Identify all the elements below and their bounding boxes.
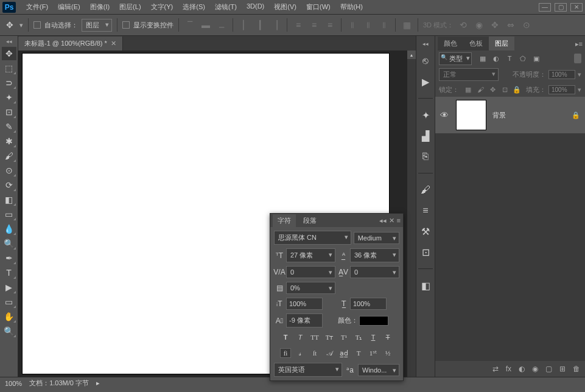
filter-type-icon[interactable]: T (505, 54, 514, 63)
stylistic-button[interactable]: 𝓈 (295, 348, 306, 358)
menu-image[interactable]: 图像(I) (86, 1, 114, 13)
blend-mode-dropdown[interactable]: 正常 (439, 68, 499, 81)
align-right-icon[interactable]: ⎥ (270, 19, 282, 31)
gradient-tool[interactable]: ▭ (2, 208, 16, 221)
align-hcenter-icon[interactable]: ┃ (254, 19, 266, 31)
auto-align-icon[interactable]: ▦ (401, 19, 413, 31)
navigator-panel-icon[interactable]: ✦ (419, 108, 432, 122)
bold-button[interactable]: T (280, 332, 291, 342)
layer-group-icon[interactable]: ▢ (545, 365, 552, 373)
tab-character[interactable]: 字符 (273, 214, 296, 227)
actions-panel-icon[interactable]: ▶ (419, 75, 432, 88)
tab-color[interactable]: 颜色 (438, 37, 463, 51)
tool-presets-panel-icon[interactable]: ⚒ (419, 225, 432, 238)
tab-layers[interactable]: 图层 (489, 37, 514, 51)
menu-filter[interactable]: 滤镜(T) (211, 1, 241, 13)
3d-zoom-icon[interactable]: ⊙ (520, 19, 533, 31)
filter-pixel-icon[interactable]: ▦ (478, 54, 488, 63)
smallcaps-button[interactable]: Tᴛ (324, 332, 335, 342)
align-top-icon[interactable]: ⎺ (184, 19, 196, 31)
history-panel-icon[interactable]: ⎋ (419, 54, 432, 68)
tracking-field[interactable]: 0 (350, 266, 399, 278)
clone-panel-icon[interactable]: ⊡ (419, 245, 432, 259)
font-family-dropdown[interactable]: 思源黑体 CN (274, 231, 351, 245)
dodge-tool[interactable]: 🔍 (2, 237, 16, 250)
language-dropdown[interactable]: 英国英语 (274, 363, 342, 377)
dist-left-icon[interactable]: ⦀ (346, 19, 359, 31)
document-tab[interactable]: 未标题-1 @ 100%(RGB/8) * ✕ (18, 37, 123, 51)
status-arrow-icon[interactable]: ▸ (96, 379, 100, 387)
close-button[interactable]: ✕ (570, 3, 583, 12)
rectangle-tool[interactable]: ▭ (2, 295, 16, 309)
styles-panel-icon[interactable]: ◧ (419, 279, 432, 292)
ordinal-button[interactable]: a̲d̲ (338, 348, 349, 358)
layer-fx-icon[interactable]: fx (506, 365, 511, 373)
char-panel-header[interactable]: 字符 段落 ◂◂ ✕ ≡ (270, 214, 403, 227)
fill-field[interactable]: 100% (548, 85, 575, 94)
filter-adjust-icon[interactable]: ◐ (491, 54, 501, 63)
3d-slide-icon[interactable]: ⇔ (505, 19, 517, 31)
menu-view[interactable]: 视图(V) (270, 1, 301, 13)
vertical-scrollbar[interactable]: ▴ (407, 51, 416, 377)
allcaps-button[interactable]: TT (309, 332, 320, 342)
layer-name[interactable]: 背景 (492, 111, 506, 120)
lock-pixels-icon[interactable]: 🖌 (476, 85, 485, 94)
pen-tool[interactable]: ✒ (2, 251, 16, 265)
eraser-tool[interactable]: ◧ (2, 193, 16, 206)
history-brush-tool[interactable]: ⟳ (2, 178, 16, 192)
show-transform-checkbox[interactable] (122, 21, 130, 29)
half-button[interactable]: ½ (382, 348, 393, 358)
zoom-tool[interactable]: 🔍 (2, 324, 16, 338)
layer-filter-type[interactable]: 类型 (439, 52, 472, 65)
brush-tool[interactable]: 🖌 (2, 149, 16, 163)
filter-smart-icon[interactable]: ▣ (531, 54, 541, 63)
brush-presets-panel-icon[interactable]: ≡ (419, 204, 432, 217)
height-pct-field[interactable]: 0% (286, 282, 335, 294)
menu-edit[interactable]: 编辑(E) (54, 1, 85, 13)
menu-type[interactable]: 文字(Y) (147, 1, 178, 13)
lasso-tool[interactable]: ⊃ (2, 76, 16, 89)
fraction-button[interactable]: 1ˢᵗ (368, 348, 379, 358)
underline-button[interactable]: T (368, 332, 379, 342)
kerning-field[interactable]: 0 (286, 266, 335, 278)
delete-layer-icon[interactable]: 🗑 (573, 365, 580, 373)
lock-all-icon[interactable]: 🔒 (513, 85, 521, 94)
menu-help[interactable]: 帮助(H) (336, 1, 367, 13)
layer-item[interactable]: 👁 背景 🔒 (435, 97, 585, 133)
menu-file[interactable]: 文件(F) (22, 1, 52, 13)
text-color-swatch[interactable] (359, 316, 388, 326)
titling-button[interactable]: 𝒜 (324, 348, 335, 358)
link-layers-icon[interactable]: ⇄ (492, 365, 499, 373)
visibility-toggle-icon[interactable]: 👁 (440, 110, 450, 120)
dist-top-icon[interactable]: ≡ (292, 19, 304, 31)
menu-3d[interactable]: 3D(D) (242, 1, 268, 13)
tab-swatches[interactable]: 色板 (463, 37, 489, 51)
swash-button[interactable]: ſt (309, 348, 320, 358)
tab-close-icon[interactable]: ✕ (111, 40, 116, 47)
dist-hcenter-icon[interactable]: ⦀ (362, 19, 374, 31)
font-weight-dropdown[interactable]: Medium (354, 232, 399, 244)
dist-vcenter-icon[interactable]: ≡ (308, 19, 320, 31)
scroll-up-icon[interactable]: ▴ (407, 51, 416, 59)
tab-paragraph[interactable]: 段落 (298, 214, 321, 227)
move-tool[interactable]: ✥ (2, 47, 16, 60)
vscale-field[interactable]: 100% (286, 298, 323, 310)
layer-thumbnail[interactable] (456, 100, 486, 130)
doc-info[interactable]: 文档：1.03M/0 字节 (29, 379, 89, 388)
maximize-button[interactable]: ▢ (555, 3, 567, 12)
filter-toggle[interactable] (574, 54, 581, 63)
italic-button[interactable]: T (295, 332, 306, 342)
align-left-icon[interactable]: ⎢ (238, 19, 250, 31)
minimize-button[interactable]: — (539, 3, 551, 12)
marquee-tool[interactable]: ⬚ (2, 61, 16, 75)
menu-window[interactable]: 窗口(W) (302, 1, 335, 13)
ligature-button[interactable]: fi (280, 348, 291, 358)
align-bottom-icon[interactable]: ⎽ (215, 19, 228, 31)
adjustment-layer-icon[interactable]: ◉ (532, 365, 538, 373)
filter-shape-icon[interactable]: ⬠ (518, 54, 528, 63)
auto-select-checkbox[interactable] (33, 21, 41, 29)
lock-transparent-icon[interactable]: ▦ (464, 85, 472, 94)
3d-orbit-icon[interactable]: ⟲ (457, 19, 469, 31)
panel-close-icon[interactable]: ✕ (389, 217, 394, 225)
3d-pan-icon[interactable]: ✥ (489, 19, 501, 31)
